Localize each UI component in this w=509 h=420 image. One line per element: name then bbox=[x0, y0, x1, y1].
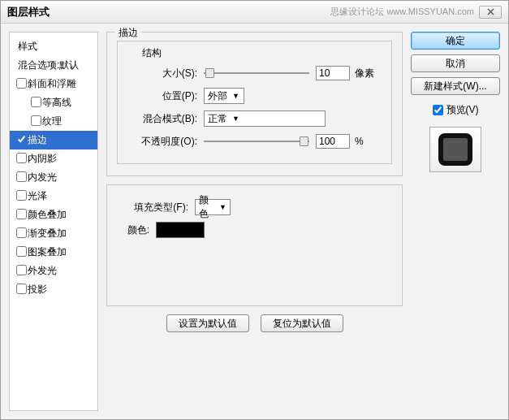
style-item-3[interactable]: 描边 bbox=[10, 131, 97, 149]
style-checkbox-11[interactable] bbox=[16, 284, 27, 294]
fill-group: 填充类型(F): 颜色▼ 颜色: bbox=[106, 184, 403, 306]
style-checkbox-4[interactable] bbox=[16, 153, 27, 163]
chevron-down-icon: ▼ bbox=[232, 92, 239, 100]
position-dropdown[interactable]: 外部▼ bbox=[204, 88, 244, 104]
stroke-group: 描边 结构 大小(S): 10 像素 位置(P): 外部▼ 混合模式(B): bbox=[106, 32, 403, 176]
size-unit: 像素 bbox=[355, 67, 374, 80]
titlebar: 图层样式 思缘设计论坛 www.MISSYUAN.com bbox=[1, 1, 508, 24]
new-style-button[interactable]: 新建样式(W)... bbox=[411, 77, 500, 95]
style-item-11[interactable]: 投影 bbox=[10, 280, 97, 299]
fill-type-label: 填充类型(F): bbox=[117, 201, 188, 214]
style-label: 外发光 bbox=[28, 265, 57, 276]
stroke-legend: 描边 bbox=[115, 26, 141, 40]
style-label: 等高线 bbox=[42, 97, 71, 108]
preview-box bbox=[429, 127, 481, 172]
blend-options-default[interactable]: 混合选项:默认 bbox=[10, 56, 97, 75]
color-swatch[interactable] bbox=[156, 222, 205, 238]
layer-style-dialog: 图层样式 思缘设计论坛 www.MISSYUAN.com 样式 混合选项:默认 … bbox=[0, 0, 509, 420]
styles-panel: 样式 混合选项:默认 斜面和浮雕等高线纹理描边内阴影内发光光泽颜色叠加渐变叠加图… bbox=[9, 32, 98, 411]
structure-legend: 结构 bbox=[139, 46, 165, 60]
style-item-8[interactable]: 渐变叠加 bbox=[10, 224, 97, 243]
style-label: 描边 bbox=[28, 134, 47, 145]
chevron-down-icon: ▼ bbox=[232, 115, 239, 123]
blend-mode-dropdown[interactable]: 正常▼ bbox=[204, 110, 326, 127]
opacity-label: 不透明度(O): bbox=[126, 135, 197, 149]
size-slider-thumb[interactable] bbox=[205, 68, 214, 78]
style-checkbox-6[interactable] bbox=[16, 190, 27, 201]
style-checkbox-7[interactable] bbox=[16, 209, 27, 219]
close-button[interactable] bbox=[479, 6, 502, 19]
dialog-title: 图层样式 bbox=[7, 5, 330, 19]
style-item-9[interactable]: 图案叠加 bbox=[10, 243, 97, 262]
color-label: 颜色: bbox=[117, 223, 149, 237]
style-item-5[interactable]: 内发光 bbox=[10, 168, 97, 187]
style-item-7[interactable]: 颜色叠加 bbox=[10, 206, 97, 224]
chevron-down-icon: ▼ bbox=[219, 203, 226, 211]
opacity-slider-thumb[interactable] bbox=[300, 136, 308, 146]
style-label: 投影 bbox=[28, 284, 47, 295]
preview-checkbox[interactable] bbox=[433, 105, 443, 115]
size-label: 大小(S): bbox=[126, 67, 197, 80]
size-input[interactable]: 10 bbox=[316, 66, 350, 80]
watermark-text: 思缘设计论坛 www.MISSYUAN.com bbox=[330, 6, 474, 18]
fill-type-dropdown[interactable]: 颜色▼ bbox=[195, 199, 231, 215]
settings-panel: 描边 结构 大小(S): 10 像素 位置(P): 外部▼ 混合模式(B): bbox=[106, 32, 403, 411]
style-checkbox-1[interactable] bbox=[31, 97, 41, 107]
style-checkbox-8[interactable] bbox=[16, 227, 27, 238]
blend-mode-label: 混合模式(B): bbox=[126, 112, 197, 126]
cancel-button[interactable]: 取消 bbox=[411, 54, 500, 72]
style-item-1[interactable]: 等高线 bbox=[10, 93, 97, 112]
style-item-4[interactable]: 内阴影 bbox=[10, 149, 97, 168]
structure-group: 结构 大小(S): 10 像素 位置(P): 外部▼ 混合模式(B): 正常▼ bbox=[117, 41, 392, 164]
style-checkbox-5[interactable] bbox=[16, 171, 27, 182]
style-item-2[interactable]: 纹理 bbox=[10, 112, 97, 131]
preview-label: 预览(V) bbox=[446, 103, 479, 117]
opacity-slider[interactable] bbox=[204, 141, 309, 142]
style-item-6[interactable]: 光泽 bbox=[10, 187, 97, 206]
preview-swatch bbox=[438, 133, 472, 166]
right-panel: 确定 取消 新建样式(W)... 预览(V) bbox=[411, 32, 500, 411]
style-checkbox-9[interactable] bbox=[16, 246, 27, 257]
styles-header: 样式 bbox=[10, 37, 97, 56]
make-default-button[interactable]: 设置为默认值 bbox=[166, 314, 249, 332]
close-icon bbox=[487, 8, 494, 15]
opacity-input[interactable]: 100 bbox=[316, 134, 350, 149]
style-label: 内阴影 bbox=[28, 153, 57, 164]
style-label: 渐变叠加 bbox=[28, 227, 67, 239]
style-checkbox-0[interactable] bbox=[16, 78, 27, 89]
opacity-unit: % bbox=[355, 136, 364, 147]
style-checkbox-2[interactable] bbox=[31, 115, 41, 126]
style-label: 纹理 bbox=[42, 115, 62, 127]
style-checkbox-3[interactable] bbox=[16, 134, 27, 145]
style-label: 图案叠加 bbox=[28, 246, 67, 258]
style-label: 光泽 bbox=[28, 190, 47, 201]
style-label: 斜面和浮雕 bbox=[28, 78, 76, 89]
style-checkbox-10[interactable] bbox=[16, 265, 27, 275]
style-label: 内发光 bbox=[28, 171, 57, 183]
reset-default-button[interactable]: 复位为默认值 bbox=[261, 314, 343, 332]
style-item-10[interactable]: 外发光 bbox=[10, 262, 97, 280]
ok-button[interactable]: 确定 bbox=[411, 32, 500, 50]
position-label: 位置(P): bbox=[126, 89, 197, 103]
size-slider[interactable] bbox=[204, 72, 309, 74]
style-label: 颜色叠加 bbox=[28, 209, 67, 220]
style-item-0[interactable]: 斜面和浮雕 bbox=[10, 75, 97, 93]
